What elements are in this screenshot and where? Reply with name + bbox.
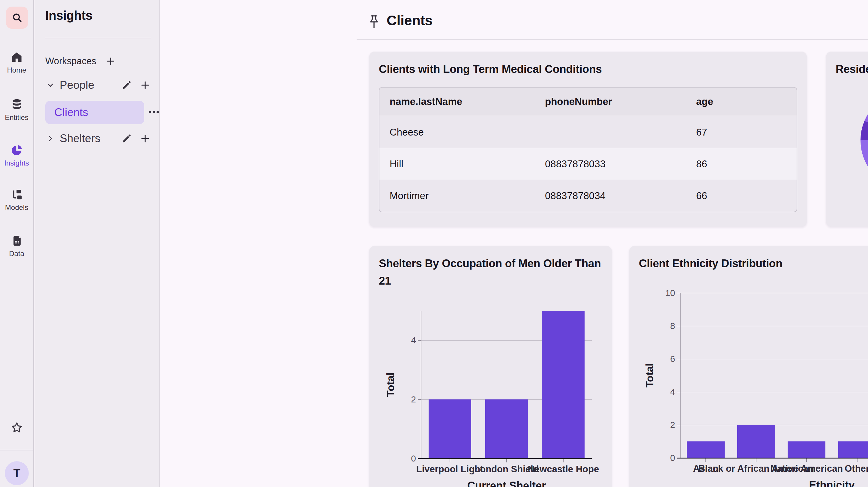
- y-axis-line: [421, 311, 422, 458]
- column-header: age: [686, 96, 797, 107]
- favorites-star-icon[interactable]: [0, 421, 33, 434]
- rail-item-home[interactable]: Home: [0, 51, 33, 74]
- workspaces-row: Workspaces: [45, 54, 152, 68]
- rail-item-entities[interactable]: Entities: [0, 98, 33, 122]
- models-icon: [0, 188, 33, 201]
- y-axis-title: Total: [383, 362, 398, 407]
- table-row: Cheese67: [379, 116, 797, 148]
- table-cell: 66: [686, 190, 797, 201]
- bar: [737, 425, 775, 458]
- workspace-people-row[interactable]: People: [45, 77, 152, 94]
- search-icon: [11, 12, 23, 23]
- y-tick-label: 8: [648, 321, 675, 331]
- bar: [838, 442, 868, 458]
- donut-center-label: Residents By Ethnicity: [854, 157, 868, 167]
- table-cell: 08837878034: [535, 190, 686, 201]
- bar: [687, 442, 725, 458]
- edit-shelters-pencil-icon[interactable]: [120, 132, 133, 145]
- entities-icon: [0, 98, 33, 111]
- table-body: Cheese67Hill0883787803386Mortimer0883787…: [379, 116, 797, 212]
- bar: [787, 442, 826, 458]
- add-people-insight-button[interactable]: [138, 78, 152, 92]
- y-tick-label: 10: [648, 288, 675, 298]
- sidebar-item-clients[interactable]: Clients: [45, 101, 144, 124]
- x-tick-mark: [450, 459, 450, 462]
- header-divider: [356, 39, 868, 40]
- gridline: [681, 392, 868, 392]
- insights-pie-icon: [0, 143, 33, 157]
- x-tick-mark: [857, 458, 858, 462]
- main-content: Clients Clients with Long Term Medic: [160, 0, 868, 487]
- x-tick-mark: [806, 458, 807, 462]
- sidebar-title: Insights: [45, 8, 92, 23]
- x-tick-mark: [506, 459, 507, 462]
- app-window: Home Entities Insights: [0, 0, 868, 487]
- residents-by-ethnicity-card: Residents By Ethnicity 16 Residents By E…: [826, 52, 868, 227]
- data-icon: [0, 234, 33, 248]
- card-title: Clients with Long Term Medical Condition…: [379, 61, 797, 78]
- add-shelters-insight-button[interactable]: [138, 132, 152, 145]
- table-row: Mortimer0883787803466: [379, 180, 797, 212]
- y-tick-label: 0: [648, 453, 675, 463]
- edit-people-pencil-icon[interactable]: [120, 78, 133, 92]
- x-tick-mark: [563, 459, 564, 462]
- pin-icon[interactable]: [367, 14, 381, 30]
- chevron-right-icon[interactable]: [45, 132, 56, 145]
- card-title: Residents By Ethnicity: [836, 61, 868, 78]
- page-title: Clients: [386, 12, 433, 29]
- x-tick-label: Newcastle Hope: [528, 464, 599, 475]
- x-axis-line: [418, 458, 592, 459]
- rail-item-data[interactable]: Data: [0, 234, 33, 258]
- table-cell: Cheese: [379, 127, 535, 138]
- x-axis-title: Current Shelter: [422, 480, 592, 487]
- table-header-row: name.lastNamephoneNumberage: [379, 88, 797, 116]
- y-tick-label: 4: [389, 335, 416, 346]
- gridline: [681, 359, 868, 359]
- table-cell: 67: [686, 127, 797, 138]
- sidebar-item-clients-label: Clients: [54, 106, 88, 119]
- y-axis-title: Total: [643, 353, 657, 398]
- clients-more-options-icon[interactable]: [147, 105, 160, 119]
- home-icon: [0, 51, 33, 64]
- rail-item-insights[interactable]: Insights: [0, 143, 33, 167]
- card-title: Shelters By Occupation of Men Older Than…: [379, 255, 602, 290]
- bar: [429, 399, 471, 458]
- x-axis-title: Ethnicity: [681, 479, 868, 487]
- table-cell: Mortimer: [379, 190, 535, 201]
- y-axis-line: [680, 293, 681, 458]
- card-title: Client Ethnicity Distribution: [639, 255, 868, 272]
- client-ethnicity-card: Client Ethnicity Distribution 0246810Asi…: [629, 246, 868, 487]
- gridline: [681, 293, 868, 293]
- donut-chart: 16 Residents By Ethnicity: [861, 90, 868, 191]
- bar-chart-shelters: 024Liverpool LightLondon ShieldNewcastle…: [422, 311, 592, 458]
- workspace-shelters-row[interactable]: Shelters: [45, 130, 152, 147]
- add-workspace-button[interactable]: [104, 55, 117, 68]
- x-tick-label: Native American: [771, 463, 843, 474]
- medical-conditions-card: Clients with Long Term Medical Condition…: [369, 52, 807, 227]
- x-tick-label: Other: [845, 463, 868, 474]
- workspaces-label: Workspaces: [45, 56, 96, 67]
- bar: [542, 311, 585, 458]
- chevron-down-icon[interactable]: [45, 78, 56, 92]
- user-avatar[interactable]: T: [5, 461, 29, 485]
- table-cell: Hill: [379, 158, 535, 170]
- table-cell: 08837878033: [535, 158, 686, 170]
- rail-divider: [0, 450, 33, 450]
- gridline: [681, 326, 868, 326]
- column-header: name.lastName: [379, 96, 535, 107]
- x-tick-label: Liverpool Light: [416, 464, 484, 475]
- bar: [485, 399, 528, 458]
- bar-chart-ethnicity: 0246810AsianBlack or African AmericanNat…: [681, 293, 868, 458]
- insights-sidebar: Insights Workspaces People Clients: [34, 0, 160, 487]
- search-button[interactable]: [6, 7, 28, 29]
- y-tick-label: 0: [389, 453, 416, 464]
- rail-item-models[interactable]: Models: [0, 188, 33, 212]
- shelters-occupation-card: Shelters By Occupation of Men Older Than…: [369, 246, 612, 487]
- sidebar-divider: [45, 38, 151, 38]
- workspace-shelters-label: Shelters: [60, 132, 100, 145]
- table-row: Hill0883787803386: [379, 148, 797, 180]
- x-tick-mark: [706, 458, 706, 462]
- workspace-people-label: People: [60, 79, 94, 92]
- table-cell: 86: [686, 158, 797, 170]
- avatar-initial: T: [13, 467, 20, 480]
